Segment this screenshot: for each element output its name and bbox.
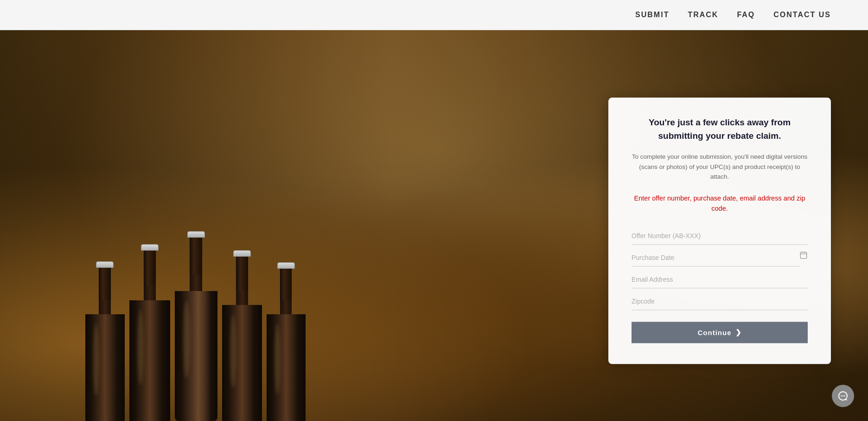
header: SUBMIT TRACK FAQ CONTACT US bbox=[0, 0, 868, 30]
offer-number-field bbox=[632, 227, 808, 245]
calendar-icon[interactable] bbox=[799, 251, 808, 265]
email-address-field bbox=[632, 271, 808, 289]
bottle-2 bbox=[129, 244, 170, 421]
bottle-5 bbox=[267, 262, 306, 421]
bottles-background bbox=[0, 30, 390, 421]
continue-button[interactable]: Continue ❯ bbox=[632, 322, 808, 343]
nav-bar: SUBMIT TRACK FAQ CONTACT US bbox=[635, 11, 831, 19]
purchase-date-field bbox=[632, 249, 808, 267]
continue-arrow-icon: ❯ bbox=[735, 329, 742, 337]
nav-faq[interactable]: FAQ bbox=[737, 11, 755, 19]
card-description: To complete your online submission, you'… bbox=[632, 152, 808, 182]
bottle-1 bbox=[85, 261, 125, 421]
svg-point-5 bbox=[842, 395, 843, 396]
chat-widget[interactable] bbox=[832, 385, 854, 407]
purchase-date-input[interactable] bbox=[632, 249, 799, 267]
chat-icon bbox=[837, 390, 849, 402]
background-image: You're just a few clicks away from submi… bbox=[0, 30, 868, 421]
email-address-input[interactable] bbox=[632, 271, 808, 289]
offer-number-input[interactable] bbox=[632, 227, 808, 245]
zipcode-field bbox=[632, 292, 808, 311]
form-card: You're just a few clicks away from submi… bbox=[608, 97, 831, 364]
svg-point-6 bbox=[844, 395, 845, 396]
nav-track[interactable]: TRACK bbox=[688, 11, 718, 19]
nav-contact-us[interactable]: CONTACT US bbox=[773, 11, 831, 19]
nav-submit[interactable]: SUBMIT bbox=[635, 11, 669, 19]
svg-point-4 bbox=[841, 395, 842, 396]
svg-rect-0 bbox=[800, 252, 807, 259]
bottle-4 bbox=[222, 250, 262, 421]
card-title: You're just a few clicks away from submi… bbox=[632, 116, 808, 142]
bottle-3 bbox=[175, 231, 217, 421]
zipcode-input[interactable] bbox=[632, 292, 808, 311]
card-instruction: Enter offer number, purchase date, email… bbox=[632, 194, 808, 214]
continue-button-label: Continue bbox=[698, 329, 732, 337]
